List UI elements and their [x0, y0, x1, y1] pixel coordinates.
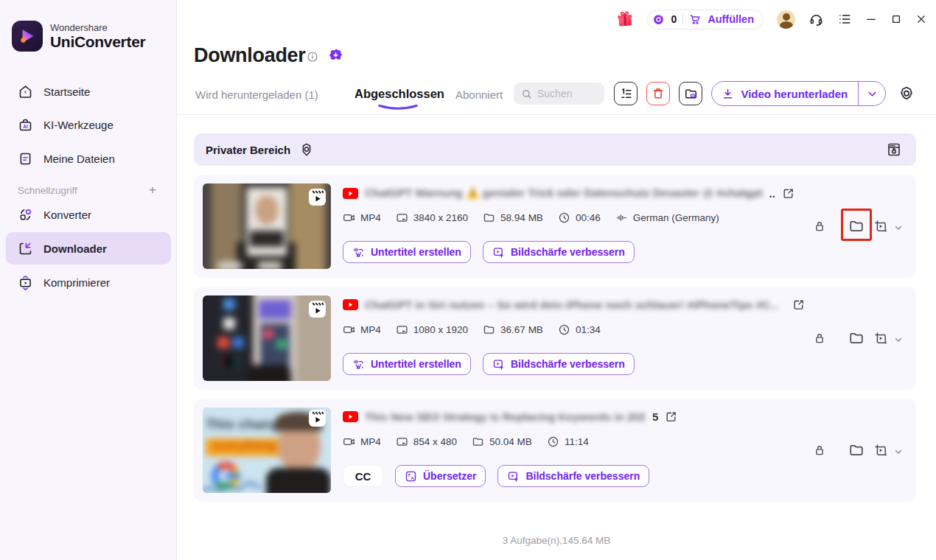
- enhance-quality-button[interactable]: Bildschärfe verbessern: [497, 465, 649, 487]
- video-metadata: MP4 854 x 480 50.04 MB 11:14: [343, 435, 589, 448]
- maximize-icon[interactable]: [890, 13, 902, 25]
- video-metadata: MP4 3840 x 2160 58.94 MB 00:46 German (G…: [343, 211, 719, 224]
- translate-button[interactable]: TA Übersetzer: [395, 465, 486, 487]
- settings-gear-icon[interactable]: [898, 85, 915, 102]
- shorts-reel-badge-icon: [308, 409, 326, 427]
- refill-button[interactable]: Auffüllen: [708, 13, 754, 25]
- sidebar-item-label: Konverter: [43, 209, 91, 221]
- format-value: MP4: [360, 436, 381, 447]
- file-size-icon: [483, 323, 495, 336]
- tab-abonniert[interactable]: Abonniert: [455, 88, 503, 101]
- preview-play-icon[interactable]: [873, 443, 888, 458]
- action-label: Übersetzer: [423, 470, 476, 482]
- lock-icon[interactable]: [813, 220, 826, 233]
- sidebar-item-label: Downloader: [43, 242, 107, 255]
- edit-title-icon[interactable]: [782, 187, 794, 200]
- download-options-dropdown[interactable]: [859, 88, 885, 99]
- gift-icon[interactable]: [615, 9, 635, 29]
- action-label: Bildschärfe verbessern: [511, 246, 625, 258]
- create-subtitles-button[interactable]: A Untertitel erstellen: [343, 241, 471, 263]
- download-item-row: ChatGPT Warnung ⚠️ genialer Trick oder D…: [194, 175, 916, 278]
- sidebar-item-label: Meine Dateien: [43, 153, 115, 165]
- duration-value: 01:34: [576, 324, 601, 335]
- chevron-down-icon[interactable]: [894, 335, 903, 344]
- audio-language-icon: [615, 211, 628, 224]
- avatar[interactable]: [777, 10, 795, 29]
- sidebar-item-komprimierer[interactable]: Komprimierer: [6, 266, 171, 298]
- svg-text:AI: AI: [23, 124, 28, 129]
- support-headset-icon[interactable]: [808, 12, 824, 27]
- resolution-value: 854 x 480: [413, 436, 457, 447]
- thumb-text-line2: everything: [206, 438, 282, 456]
- action-label: Untertitel erstellen: [371, 358, 461, 370]
- video-thumbnail[interactable]: [203, 295, 331, 381]
- title-tail: 5: [652, 410, 658, 423]
- sort-order-button[interactable]: [614, 82, 638, 105]
- format-value: MP4: [360, 212, 381, 223]
- translate-icon: TA: [405, 470, 417, 483]
- sort-order-icon: [619, 87, 633, 101]
- close-icon[interactable]: [915, 13, 927, 25]
- video-thumbnail[interactable]: This changes everything: [203, 407, 331, 493]
- preview-play-icon[interactable]: [873, 331, 888, 346]
- delete-button[interactable]: [646, 82, 670, 105]
- private-safe-icon[interactable]: [885, 141, 903, 158]
- create-subtitles-button[interactable]: A Untertitel erstellen: [343, 353, 471, 375]
- compressor-icon: [18, 275, 33, 290]
- video-title: This New SEO Strategy Is Replacing Keywo…: [365, 410, 646, 423]
- sidebar-item-meine-dateien[interactable]: Meine Dateien: [6, 142, 171, 175]
- chevron-down-icon[interactable]: [894, 447, 903, 456]
- svg-text:T: T: [408, 472, 411, 477]
- enhance-icon: [492, 246, 505, 259]
- active-tab-underline: [377, 104, 419, 111]
- sidebar-item-label: Startseite: [43, 85, 90, 98]
- edit-title-icon[interactable]: [665, 410, 677, 423]
- task-list-icon[interactable]: [837, 12, 852, 27]
- video-thumbnail[interactable]: [203, 183, 331, 269]
- cart-icon: [689, 13, 702, 26]
- sidebar-item-downloader[interactable]: Downloader: [6, 232, 171, 265]
- my-files-icon: [18, 151, 33, 167]
- enhance-quality-button[interactable]: Bildschärfe verbessern: [483, 241, 635, 263]
- enhance-quality-button[interactable]: Bildschärfe verbessern: [483, 353, 635, 375]
- chevron-down-icon: [867, 88, 878, 99]
- points-value: 0: [671, 13, 677, 25]
- resolution-icon: [396, 323, 408, 336]
- duration-icon: [558, 323, 570, 336]
- video-download-split-button[interactable]: Video herunterladen: [711, 81, 886, 106]
- sidebar-item-startseite[interactable]: Startseite: [6, 75, 171, 108]
- preview-play-icon[interactable]: [873, 219, 888, 234]
- add-quick-access-icon[interactable]: +: [149, 183, 156, 197]
- divider: [177, 114, 936, 115]
- move-to-folder-button[interactable]: [679, 82, 702, 105]
- minimize-icon[interactable]: [865, 13, 877, 25]
- language-value: German (Germany): [633, 212, 719, 223]
- tab-abgeschlossen[interactable]: Abgeschlossen: [355, 87, 444, 101]
- lock-icon[interactable]: [813, 332, 826, 345]
- chevron-down-icon[interactable]: [894, 223, 903, 232]
- sidebar-item-konverter[interactable]: Konverter: [6, 198, 171, 231]
- open-folder-icon[interactable]: [848, 442, 865, 458]
- search-box[interactable]: [514, 83, 604, 105]
- info-icon[interactable]: [307, 51, 318, 63]
- search-input[interactable]: [537, 88, 596, 99]
- edit-title-icon[interactable]: [792, 298, 805, 311]
- file-size-icon: [472, 435, 484, 448]
- sidebar: Wondershare UniConverter Startseite AI K…: [0, 0, 177, 560]
- download-item-row: This changes everything This New SEO Str…: [194, 399, 916, 502]
- duration-icon: [558, 211, 570, 224]
- duration-value: 00:46: [576, 212, 601, 223]
- video-download-button[interactable]: Video herunterladen: [712, 88, 858, 100]
- format-icon: [343, 323, 355, 336]
- video-title: ChatGPT in Siri nutzen – So wird dein iP…: [365, 298, 779, 311]
- open-folder-icon[interactable]: [848, 330, 865, 346]
- svg-text:A: A: [357, 364, 360, 369]
- sidebar-item-ki-werkzeuge[interactable]: AI KI-Werkzeuge: [6, 108, 171, 141]
- puzzle-extension-icon[interactable]: [327, 47, 344, 64]
- lock-icon[interactable]: [813, 444, 826, 457]
- points-pill[interactable]: 0 Auffüllen: [647, 10, 764, 29]
- youtube-icon: [343, 188, 358, 199]
- tab-wird-heruntergeladen[interactable]: Wird heruntergeladen (1): [195, 88, 318, 101]
- format-icon: [343, 435, 355, 448]
- hexagon-badge-icon[interactable]: [299, 142, 314, 157]
